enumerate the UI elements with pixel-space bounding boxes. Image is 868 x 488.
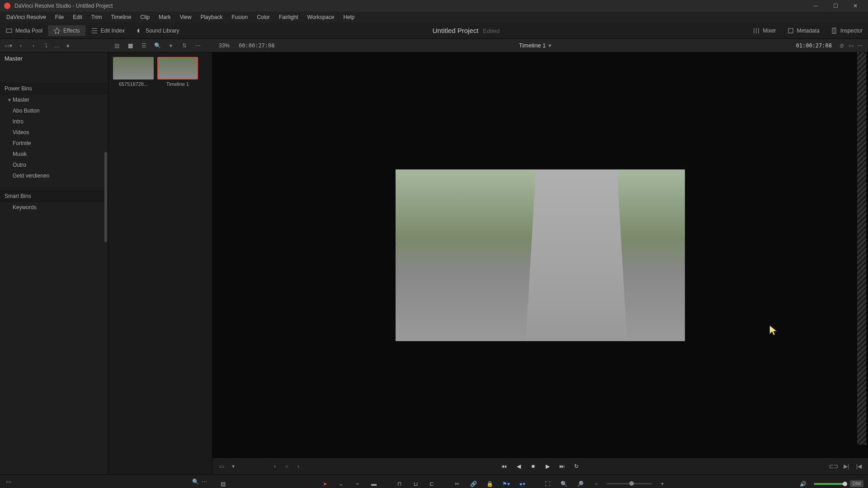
nav-back[interactable]: ‹ — [16, 41, 25, 50]
flag-tool[interactable]: ⚑▾ — [500, 478, 512, 488]
stop-button[interactable]: ■ — [528, 461, 538, 471]
menu-trim[interactable]: Trim — [87, 14, 107, 20]
timeline-name-dropdown[interactable]: Timeline 1▾ — [275, 42, 796, 49]
sound-library-toggle[interactable]: Sound Library — [130, 25, 185, 36]
menu-mark[interactable]: Mark — [154, 14, 175, 20]
media-pool-toggle[interactable]: Media Pool — [0, 25, 48, 36]
bin-musik[interactable]: Musik — [0, 149, 108, 160]
menu-color[interactable]: Color — [252, 14, 274, 20]
menu-help[interactable]: Help — [339, 14, 359, 20]
close-button[interactable]: ✕ — [846, 0, 864, 12]
timeline-thumb[interactable]: Timeline 1 — [157, 57, 198, 87]
dim-button[interactable]: DIM — [850, 480, 863, 487]
power-master[interactable]: ▾Master — [0, 94, 108, 105]
dynamic-trim-tool[interactable]: ⫟ — [352, 478, 363, 488]
bin-fortnite[interactable]: Fortnite — [0, 138, 108, 149]
prev-frame-button[interactable]: ◀ — [514, 461, 524, 471]
view-list-icon[interactable]: ☰ — [139, 41, 148, 50]
prev-edit-icon[interactable]: ‹ — [270, 462, 279, 471]
transform-dropdown[interactable]: ▾ — [229, 462, 238, 471]
sort-icon[interactable]: ⇅ — [180, 41, 189, 50]
menu-fusion[interactable]: Fusion — [227, 14, 252, 20]
minimize-button[interactable]: ─ — [807, 0, 825, 12]
view-thumb-icon[interactable]: ▦ — [126, 41, 135, 50]
search-dropdown[interactable]: ▾ — [166, 41, 175, 50]
bin-geld[interactable]: Geld verdienen — [0, 170, 108, 181]
next-frame-button[interactable]: ⏭ — [557, 461, 567, 471]
play-button[interactable]: ▶ — [542, 461, 552, 471]
edit-index-toggle[interactable]: Edit Index — [85, 25, 130, 36]
zoom-custom-icon[interactable]: 🔎 — [574, 478, 586, 488]
next-edit-icon[interactable]: › — [294, 462, 303, 471]
marker-tool[interactable]: ●▾ — [516, 478, 528, 488]
video-preview[interactable] — [396, 169, 685, 341]
bin-panel: Master Power Bins ▾Master Abo Button Int… — [0, 52, 108, 474]
bin-intro[interactable]: Intro — [0, 116, 108, 127]
project-title: Untitled ProjectEdited — [185, 27, 748, 34]
media-pool: 657518728... Timeline 1 — [108, 52, 212, 474]
nav-fwd[interactable]: › — [29, 41, 38, 50]
view-metadata-icon[interactable]: ▤ — [112, 41, 121, 50]
record-icon[interactable]: ● — [63, 41, 72, 50]
effects-toggle[interactable]: Effects — [48, 25, 85, 36]
import-media-icon[interactable]: ⤵ — [42, 41, 51, 50]
menu-timeline[interactable]: Timeline — [106, 14, 136, 20]
viewer-zoom[interactable]: 33% — [219, 42, 230, 49]
zoom-out-icon[interactable]: − — [590, 478, 602, 488]
trim-tool[interactable]: ⫠ — [335, 478, 347, 488]
svg-point-0 — [4, 3, 10, 9]
volume-slider[interactable] — [814, 483, 845, 485]
fx-options-icon[interactable]: ⋯ — [200, 477, 209, 486]
menu-playback[interactable]: Playback — [196, 14, 227, 20]
media-clip-thumb[interactable]: 657518728... — [113, 57, 154, 87]
smart-bins-header[interactable]: Smart Bins — [0, 190, 108, 202]
transform-icon[interactable]: ▭ — [217, 462, 226, 471]
power-bins-header[interactable]: Power Bins — [0, 83, 108, 94]
metadata-toggle[interactable]: Metadata — [782, 25, 825, 36]
zoom-detail-icon[interactable]: 🔍 — [558, 478, 570, 488]
out-icon[interactable]: |◀ — [854, 462, 863, 471]
menu-davinci[interactable]: DaVinci Resolve — [2, 14, 51, 20]
menu-fairlight[interactable]: Fairlight — [274, 14, 303, 20]
selection-tool[interactable]: ➤ — [319, 478, 331, 488]
mixer-toggle[interactable]: Mixer — [747, 25, 781, 36]
mute-icon[interactable]: 🔊 — [797, 478, 809, 488]
menu-file[interactable]: File — [51, 14, 68, 20]
timeline: ▤ ➤ ⫠ ⫟ ▬ ⊓ ⊔ ⊏ ✂ 🔗 🔒 ⚑▾ ●▾ ⛶ 🔍 🔎 − + 🔊 — [212, 474, 868, 488]
bin-outro[interactable]: Outro — [0, 160, 108, 170]
menu-clip[interactable]: Clip — [136, 14, 154, 20]
tl-view-icon[interactable]: ▤ — [217, 478, 229, 488]
bin-videos[interactable]: Videos — [0, 127, 108, 138]
bin-abo[interactable]: Abo Button — [0, 105, 108, 116]
zoom-full-icon[interactable]: ⛶ — [542, 478, 553, 488]
in-out-icon[interactable]: ▶| — [842, 462, 851, 471]
insert-tool[interactable]: ⊓ — [393, 478, 405, 488]
blade-edit-tool[interactable]: ✂ — [451, 478, 463, 488]
menu-workspace[interactable]: Workspace — [303, 14, 339, 20]
bin-scrollbar[interactable] — [104, 152, 107, 242]
fx-search-icon[interactable]: 🔍 — [191, 477, 200, 486]
blade-tool[interactable]: ▬ — [368, 478, 380, 488]
single-viewer-icon[interactable]: ▭ — [846, 41, 855, 50]
bypass-icon[interactable]: ⊘ — [837, 41, 846, 50]
marker-nav-icon[interactable]: ○ — [282, 462, 291, 471]
maximize-button[interactable]: ☐ — [826, 0, 844, 12]
master-bin[interactable]: Master — [0, 52, 108, 65]
menu-edit[interactable]: Edit — [68, 14, 87, 20]
menu-view[interactable]: View — [175, 14, 196, 20]
search-icon[interactable]: 🔍 — [153, 41, 162, 50]
loop-button[interactable]: ↻ — [571, 461, 581, 471]
inspector-toggle[interactable]: Inspector — [825, 25, 868, 36]
lock-tool[interactable]: 🔒 — [484, 478, 495, 488]
fx-view-icon[interactable]: ▭ — [4, 477, 13, 486]
options-icon[interactable]: ⋯ — [193, 41, 203, 50]
replace-tool[interactable]: ⊏ — [426, 478, 438, 488]
link-tool[interactable]: 🔗 — [467, 478, 479, 488]
viewer-options-icon[interactable]: ⋯ — [855, 41, 864, 50]
match-frame-icon[interactable]: ⊏⊐ — [829, 462, 838, 471]
overwrite-tool[interactable]: ⊔ — [410, 478, 421, 488]
first-frame-button[interactable]: ⏮ — [499, 461, 509, 471]
zoom-in-icon[interactable]: + — [656, 478, 668, 488]
smart-keywords[interactable]: Keywords — [0, 202, 108, 213]
bin-dropdown[interactable]: ▭▾ — [4, 41, 13, 50]
